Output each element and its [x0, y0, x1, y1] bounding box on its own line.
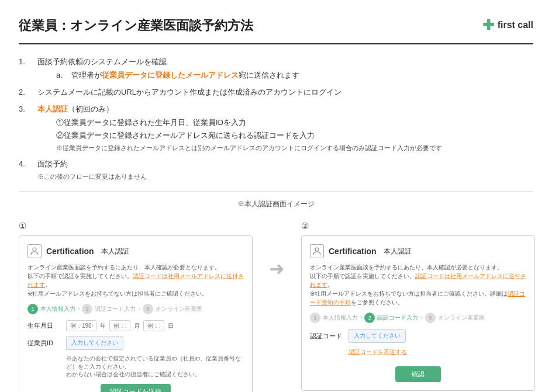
- screen1-subtitle: 本人認証: [101, 246, 129, 257]
- screen1-birthday-label: 生年月日: [27, 321, 63, 331]
- arrow-icon: ➜: [269, 254, 285, 284]
- screen1-wrapper: ① Certification 本人認証 オンライン産業医面談を予約するにあたり…: [19, 219, 253, 392]
- screen1-btn-center: 認証コードを送信: [27, 384, 244, 392]
- screen2-resend-link[interactable]: 認証コードを再送する: [349, 348, 526, 357]
- screen2-step-arrow1: ›: [360, 313, 362, 322]
- screen1-send-btn[interactable]: 認証コードを送信: [101, 384, 171, 392]
- screen1-step-arrow2: ›: [138, 304, 140, 314]
- screen2-step1-badge: 1: [310, 313, 320, 323]
- step-3-note: ※従業員データに登録されたメールアドレスとは別のメールアドレスのアカウントにログ…: [56, 143, 442, 154]
- page-header: 従業員：オンライン産業医面談予約方法 ✚ first call: [19, 14, 533, 44]
- step-2-text: システムメールに記載のURLからアカウント作成または作成済みのアカウントにログイ…: [37, 86, 341, 99]
- step-3-content: 本人認証（初回のみ） ①従業員データに登録された生年月日、従業員IDを入力 ②従…: [37, 103, 442, 154]
- screen1-step2-label: 認証コード入力: [95, 304, 136, 314]
- step-3-line-2: ②従業員データに登録されたメールアドレス宛に送られる認証コードを入力: [56, 130, 442, 142]
- arrow-between-screens: ➜: [264, 219, 289, 284]
- screen2-authcode-input[interactable]: 入力してください: [349, 329, 406, 343]
- screen2-num: ②: [301, 219, 535, 233]
- screen1-day-input[interactable]: [143, 320, 164, 331]
- page-title: 従業員：オンライン産業医面談予約方法: [19, 15, 253, 36]
- step-1: 面談予約依頼のシステムメールを確認 a. 管理者が従業員データに登録したメールア…: [19, 56, 533, 82]
- screen1-box: Certification 本人認証 オンライン産業医面談を予約するにあたり、本…: [19, 235, 253, 392]
- step-1-text: 面談予約依頼のシステムメールを確認 a. 管理者が従業員データに登録したメールア…: [37, 56, 299, 82]
- screen1-form-note: ※あなたの会社で指定されている従業員ID（社員ID、従業員番号など）をご入力くだ…: [66, 355, 244, 378]
- screen2-step1: 1 本人情報入力: [310, 313, 358, 323]
- screen1-num: ①: [19, 219, 253, 233]
- logo-area: ✚ first call: [482, 14, 533, 36]
- svg-point-0: [33, 248, 36, 251]
- screen1-step1: 1 本人情報入力: [27, 304, 75, 314]
- screen1-icon: [27, 244, 42, 258]
- screen2-header: Certification 本人認証: [310, 244, 526, 258]
- screen1-step1-label: 本人情報入力: [40, 304, 75, 314]
- screen1-steps-bar: 1 本人情報入力 › 2 認証コード入力 › 3 オンライン産業医: [27, 304, 244, 314]
- screen2-step3: 3 オンライン産業医: [425, 313, 485, 323]
- screen2-authcode-row: 認証コード 入力してください: [310, 329, 526, 343]
- screen1-empid-label: 従業員ID: [27, 338, 63, 349]
- logo-text: first call: [498, 18, 533, 33]
- screen1-year-unit: 年: [100, 321, 106, 331]
- screen1-title: Certification: [46, 245, 94, 258]
- step-3: 本人認証（初回のみ） ①従業員データに登録された生年月日、従業員IDを入力 ②従…: [19, 103, 533, 154]
- screen1-day-unit: 日: [168, 321, 174, 331]
- step-4-note: ※この後のフローに変更はありません: [37, 172, 147, 182]
- screen2-box: Certification 本人認証 オンライン産業医面談を予約するにあたり、本…: [301, 235, 535, 391]
- step-1-sub-text: 管理者が従業員データに登録したメールアドレス宛に送信されます: [71, 70, 299, 82]
- screen2-steps-bar: 1 本人情報入力 › 2 認証コード入力 › 3 オンライン産業医: [310, 313, 526, 323]
- screen1-desc: オンライン産業医面談を予約するにあたり、本人確認が必要となります。 以下の手順で…: [27, 263, 244, 298]
- screen2-step2: 2 認証コード入力: [364, 313, 418, 323]
- step-3-lines: ①従業員データに登録された生年月日、従業員IDを入力 ②従業員データに登録された…: [56, 117, 442, 154]
- steps-list: 面談予約依頼のシステムメールを確認 a. 管理者が従業員データに登録したメールア…: [19, 56, 533, 182]
- screen1-step-arrow1: ›: [78, 304, 80, 314]
- screen2-confirm-btn[interactable]: 確認: [395, 366, 441, 382]
- screen2-title: Certification: [329, 245, 377, 258]
- logo-plus-icon: ✚: [482, 14, 494, 36]
- screen2-step1-label: 本人情報入力: [323, 313, 358, 322]
- step-1-sub: a. 管理者が従業員データに登録したメールアドレス宛に送信されます: [56, 70, 299, 82]
- screen1-empid-row: 従業員ID 入力してください: [27, 336, 244, 350]
- screen2-subtitle: 本人認証: [384, 246, 412, 257]
- screen2-step3-badge: 3: [425, 313, 436, 323]
- screen1-step3-badge: 3: [143, 304, 153, 314]
- screenshots-area: ① Certification 本人認証 オンライン産業医面談を予約するにあたり…: [19, 219, 533, 392]
- divider: [19, 191, 533, 192]
- screen1-step2: 2 認証コード入力: [82, 304, 136, 314]
- screen1-birthday-row: 生年月日 年 月 日: [27, 320, 244, 331]
- screen1-empid-input[interactable]: 入力してください: [66, 336, 123, 350]
- step-3-line-1: ①従業員データに登録された生年月日、従業員IDを入力: [56, 117, 442, 129]
- screen2-resend-area: 認証コードを再送する: [349, 348, 526, 357]
- screen2-icon: [310, 244, 324, 258]
- sub-label-a: a.: [56, 70, 65, 82]
- screen1-step2-badge: 2: [82, 304, 92, 314]
- screen2-step2-label: 認証コード入力: [377, 313, 418, 322]
- step-4-content: 面談予約 ※この後のフローに変更はありません: [37, 158, 147, 182]
- screen1-step3: 3 オンライン産業医: [143, 304, 202, 314]
- screenshot-label: ※本人認証画面イメージ: [19, 199, 533, 210]
- screen1-step1-badge: 1: [27, 304, 38, 314]
- step-2: システムメールに記載のURLからアカウント作成または作成済みのアカウントにログイ…: [19, 86, 533, 99]
- screen2-step2-badge: 2: [364, 313, 375, 323]
- screen2-step-arrow2: ›: [420, 313, 422, 322]
- screen2-btn-center: 確認: [310, 366, 526, 382]
- screen2-wrapper: ② Certification 本人認証 オンライン産業医面談を予約するにあたり…: [301, 219, 535, 391]
- svg-point-1: [315, 248, 319, 251]
- screen1-year-input[interactable]: [66, 320, 96, 331]
- screen2-step3-label: オンライン産業医: [438, 313, 485, 322]
- screen2-authcode-label: 認証コード: [310, 331, 345, 342]
- screen1-step3-label: オンライン産業医: [156, 304, 202, 314]
- main-content: 面談予約依頼のシステムメールを確認 a. 管理者が従業員データに登録したメールア…: [19, 56, 533, 392]
- screen2-desc: オンライン産業医面談を予約するにあたり、本人確認が必要となります。 以下の手順で…: [310, 263, 526, 307]
- screen1-month-input[interactable]: [109, 320, 130, 331]
- screen1-header: Certification 本人認証: [27, 244, 244, 258]
- step-4: 面談予約 ※この後のフローに変更はありません: [19, 158, 533, 182]
- screen1-month-unit: 月: [134, 321, 140, 331]
